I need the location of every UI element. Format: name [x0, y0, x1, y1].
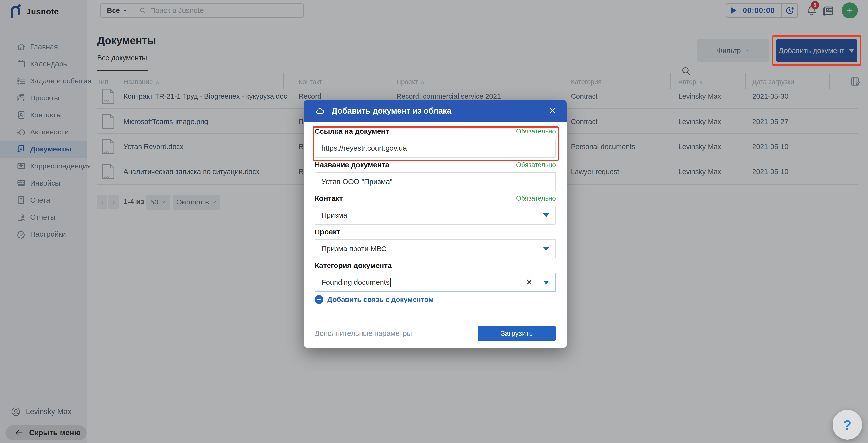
category-input[interactable]: Founding documents ✕ — [315, 273, 556, 292]
add-relation-label: Добавить связь с документом — [327, 296, 434, 304]
contact-value: Призма — [321, 211, 347, 219]
field-contact: Контакт Обязательно Призма — [315, 194, 556, 225]
required-badge: Обязательно — [516, 128, 556, 135]
required-badge: Обязательно — [516, 161, 556, 169]
document-name-value: Устав ООО "Призма" — [321, 178, 393, 186]
upload-button[interactable]: Загрузить — [477, 325, 556, 341]
category-value: Founding documents — [321, 278, 390, 286]
field-document-link: Ссылка на документ Обязательно https://r… — [315, 127, 556, 158]
additional-params-link[interactable]: Дополнительные параметры — [315, 329, 412, 338]
field-label: Категория документа — [315, 261, 392, 270]
project-value: Призма проти МВС — [321, 245, 386, 253]
help-button[interactable]: ? — [833, 410, 862, 440]
document-link-value: https://reyestr.court.gov.ua — [321, 144, 407, 152]
clear-icon[interactable]: ✕ — [526, 277, 533, 287]
field-label: Контакт — [315, 194, 343, 202]
question-mark-icon: ? — [843, 417, 851, 433]
add-document-relation-link[interactable]: + Добавить связь с документом — [315, 295, 556, 304]
text-cursor — [390, 278, 391, 287]
modal-body: Ссылка на документ Обязательно https://r… — [304, 122, 566, 304]
jusnote-app: Jusnote Главная Календарь Задачи и событ… — [0, 0, 868, 443]
field-label: Название документа — [315, 161, 389, 169]
field-project: Проект Призма проти МВС — [315, 228, 556, 258]
contact-select[interactable]: Призма — [315, 206, 556, 225]
modal-title: Добавить документ из облака — [332, 106, 543, 116]
required-badge: Обязательно — [516, 195, 556, 202]
close-icon[interactable]: ✕ — [548, 106, 557, 116]
plus-icon: + — [315, 295, 323, 304]
cloud-icon — [314, 106, 326, 116]
document-link-input[interactable]: https://reyestr.court.gov.ua — [315, 138, 556, 158]
field-label: Ссылка на документ — [315, 127, 389, 135]
document-name-input[interactable]: Устав ООО "Призма" — [315, 172, 556, 191]
field-category: Категория документа Founding documents ✕ — [315, 261, 556, 292]
project-select[interactable]: Призма проти МВС — [315, 239, 556, 258]
dropdown-arrow-icon — [543, 214, 549, 217]
field-label: Проект — [315, 228, 340, 236]
modal-header: Добавить документ из облака ✕ — [304, 100, 566, 122]
dropdown-arrow-icon — [543, 281, 549, 284]
dropdown-arrow-icon — [543, 247, 549, 251]
add-cloud-document-modal: Добавить документ из облака ✕ Ссылка на … — [304, 100, 566, 348]
field-document-name: Название документа Обязательно Устав ООО… — [315, 160, 556, 191]
modal-footer: Дополнительные параметры Загрузить — [304, 318, 566, 348]
